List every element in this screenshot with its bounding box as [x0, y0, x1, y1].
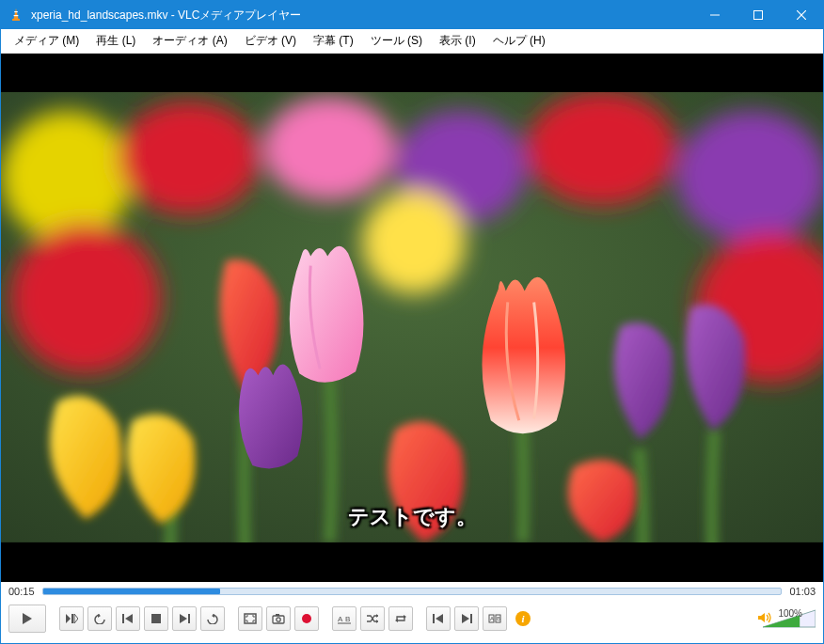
subtitle-text: テストです。: [348, 503, 477, 531]
volume-percent: 100%: [778, 608, 802, 619]
svg-rect-21: [245, 614, 256, 623]
svg-point-12: [527, 92, 677, 205]
menu-tools[interactable]: ツール (S): [363, 30, 430, 52]
svg-point-16: [362, 191, 466, 294]
svg-rect-2: [14, 15, 19, 16]
video-area[interactable]: テストです。: [1, 54, 823, 582]
playlist-prev-button[interactable]: [426, 606, 451, 631]
menu-playback[interactable]: 再生 (L): [88, 30, 143, 52]
loop-button[interactable]: [388, 606, 413, 631]
atob-loop-button[interactable]: AB: [332, 606, 357, 631]
play-button[interactable]: [8, 605, 46, 633]
stop-button[interactable]: [144, 606, 168, 631]
volume-control: 100%: [757, 608, 816, 630]
svg-rect-28: [433, 614, 435, 623]
menu-view[interactable]: 表示 (I): [432, 30, 483, 52]
video-content-image: [1, 92, 823, 542]
menu-video[interactable]: ビデオ (V): [237, 30, 304, 52]
info-button[interactable]: i: [511, 606, 535, 631]
skip-back-button[interactable]: [87, 606, 112, 631]
vlc-cone-icon: [8, 8, 24, 23]
fullscreen-button[interactable]: [238, 606, 262, 631]
snapshot-button[interactable]: [266, 606, 291, 631]
svg-point-10: [263, 97, 395, 200]
svg-rect-1: [14, 11, 18, 12]
svg-rect-24: [276, 614, 279, 616]
menu-subtitle[interactable]: 字幕 (T): [306, 30, 361, 52]
playlist-next-button[interactable]: [454, 606, 479, 631]
menu-audio[interactable]: オーディオ (A): [145, 30, 234, 52]
seek-bar-row: 00:15 01:03: [1, 582, 823, 601]
time-total[interactable]: 01:03: [789, 586, 816, 597]
playlist-button[interactable]: AB: [483, 606, 507, 631]
svg-point-25: [302, 614, 311, 623]
svg-point-9: [119, 102, 260, 214]
menu-media[interactable]: メディア (M): [7, 30, 87, 52]
svg-rect-29: [470, 614, 472, 623]
close-button[interactable]: [780, 1, 823, 29]
svg-rect-19: [151, 614, 161, 623]
next-button[interactable]: [172, 606, 197, 631]
svg-point-14: [10, 224, 161, 374]
window-buttons: [693, 1, 823, 29]
previous-button[interactable]: [116, 606, 140, 631]
svg-text:B: B: [345, 615, 350, 623]
menubar: メディア (M) 再生 (L) オーディオ (A) ビデオ (V) 字幕 (T)…: [1, 29, 823, 54]
video-frame: [1, 92, 823, 543]
frame-step-button[interactable]: [59, 606, 84, 631]
time-elapsed[interactable]: 00:15: [8, 586, 35, 597]
svg-text:A: A: [490, 616, 494, 621]
svg-text:B: B: [497, 616, 500, 621]
svg-rect-17: [71, 614, 73, 623]
svg-point-13: [676, 111, 823, 243]
svg-point-8: [1, 111, 133, 243]
svg-text:A: A: [338, 615, 343, 623]
svg-rect-0: [12, 19, 20, 21]
window-title: xperia_hd_landscapes.mkv - VLCメディアプレイヤー: [31, 8, 693, 24]
menu-help[interactable]: ヘルプ (H): [485, 30, 553, 52]
controls-toolbar: AB AB i 100%: [1, 601, 823, 640]
svg-rect-20: [188, 614, 190, 623]
record-button[interactable]: [294, 606, 319, 631]
seek-fill: [43, 589, 220, 594]
skip-forward-button[interactable]: [200, 606, 225, 631]
svg-rect-18: [122, 614, 124, 623]
maximize-button[interactable]: [737, 1, 780, 29]
shuffle-button[interactable]: [360, 606, 385, 631]
titlebar: xperia_hd_landscapes.mkv - VLCメディアプレイヤー: [1, 1, 823, 29]
svg-rect-4: [754, 11, 763, 20]
info-icon: i: [515, 611, 531, 626]
svg-point-23: [277, 618, 280, 621]
seek-bar[interactable]: [42, 588, 783, 595]
minimize-button[interactable]: [693, 1, 737, 29]
